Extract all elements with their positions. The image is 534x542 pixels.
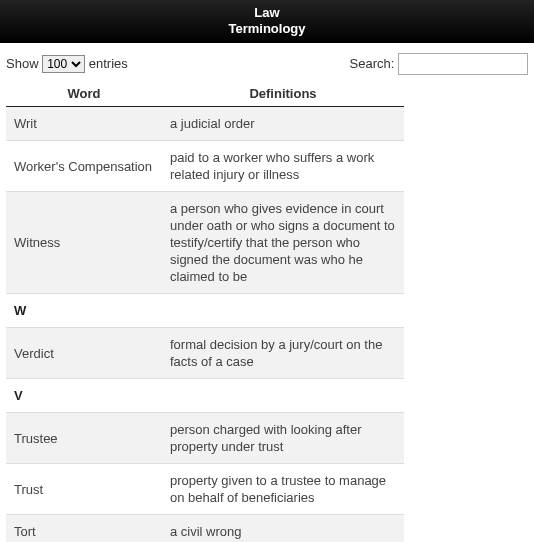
terminology-table: Word Definitions Writa judicial orderWor… <box>6 81 404 542</box>
table-row: Trusteeperson charged with looking after… <box>6 413 404 464</box>
page-size-select[interactable]: 100 <box>42 55 85 73</box>
word-cell: W <box>6 294 162 328</box>
table-row: Verdictformal decision by a jury/court o… <box>6 328 404 379</box>
word-cell: Verdict <box>6 328 162 379</box>
show-label: Show <box>6 56 39 71</box>
search-input[interactable] <box>398 53 528 75</box>
definition-cell <box>162 379 404 413</box>
definition-cell: a judicial order <box>162 107 404 141</box>
table-row: Worker's Compensationpaid to a worker wh… <box>6 141 404 192</box>
table-row: Writa judicial order <box>6 107 404 141</box>
table-toolbar: Show 100 entries Search: <box>0 43 534 81</box>
definition-cell: a person who gives evidence in court und… <box>162 192 404 294</box>
word-cell: Trust <box>6 464 162 515</box>
column-header-word[interactable]: Word <box>6 81 162 107</box>
header-title-1: Law <box>0 5 534 21</box>
table-row: W <box>6 294 404 328</box>
page-header: Law Terminology <box>0 0 534 43</box>
definition-cell <box>162 294 404 328</box>
column-header-definition[interactable]: Definitions <box>162 81 404 107</box>
definition-cell: paid to a worker who suffers a work rela… <box>162 141 404 192</box>
word-cell: Worker's Compensation <box>6 141 162 192</box>
word-cell: Trustee <box>6 413 162 464</box>
table-row: Torta civil wrong <box>6 515 404 543</box>
table-row: V <box>6 379 404 413</box>
word-cell: Witness <box>6 192 162 294</box>
table-row: Witnessa person who gives evidence in co… <box>6 192 404 294</box>
search-control: Search: <box>350 53 528 75</box>
search-label: Search: <box>350 56 395 71</box>
definition-cell: property given to a trustee to manage on… <box>162 464 404 515</box>
word-cell: V <box>6 379 162 413</box>
entries-label: entries <box>89 56 128 71</box>
word-cell: Writ <box>6 107 162 141</box>
definition-cell: person charged with looking after proper… <box>162 413 404 464</box>
definition-cell: formal decision by a jury/court on the f… <box>162 328 404 379</box>
definition-cell: a civil wrong <box>162 515 404 543</box>
table-row: Trustproperty given to a trustee to mana… <box>6 464 404 515</box>
page-size-control: Show 100 entries <box>6 55 128 73</box>
header-title-2: Terminology <box>0 21 534 37</box>
word-cell: Tort <box>6 515 162 543</box>
